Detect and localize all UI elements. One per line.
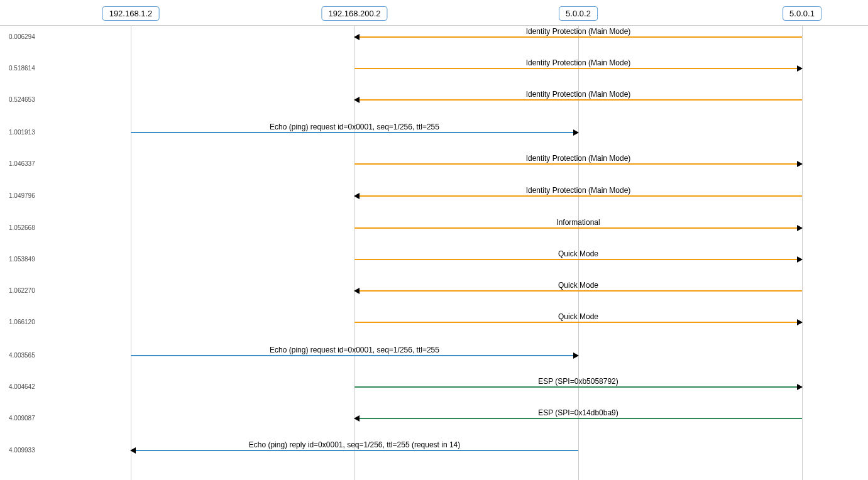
message-label: Identity Protection (Main Mode) <box>526 186 631 195</box>
arrowhead-icon <box>797 319 803 325</box>
lifeline <box>802 25 803 480</box>
flow-message[interactable]: Echo (ping) reply id=0x0001, seq=1/256, … <box>131 450 578 451</box>
flow-message[interactable]: Identity Protection (Main Mode) <box>354 68 802 69</box>
arrowhead-icon <box>354 288 360 294</box>
arrowhead-icon <box>573 129 579 136</box>
message-label: Quick Mode <box>558 249 598 258</box>
timestamp: 1.001913 <box>9 129 35 136</box>
lifeline <box>131 25 131 480</box>
timestamp: 1.062270 <box>9 287 35 294</box>
timestamp: 0.524653 <box>9 96 35 103</box>
actor-192-168-200-2[interactable]: 192.168.200.2 <box>321 6 387 21</box>
message-label: Identity Protection (Main Mode) <box>526 27 631 36</box>
flow-message[interactable]: Identity Protection (Main Mode) <box>354 163 802 165</box>
flow-message[interactable]: Informational <box>354 227 802 229</box>
timestamp: 0.006294 <box>9 33 35 40</box>
actor-5-0-0-1[interactable]: 5.0.0.1 <box>783 6 821 21</box>
timestamp: 1.052668 <box>9 224 35 231</box>
arrowhead-icon <box>797 225 803 231</box>
arrowhead-icon <box>797 384 803 390</box>
lifeline <box>354 25 355 480</box>
message-label: Identity Protection (Main Mode) <box>526 58 631 67</box>
timestamp: 1.049796 <box>9 192 35 199</box>
message-label: ESP (SPI=0xb5058792) <box>538 377 618 386</box>
flow-message[interactable]: Quick Mode <box>354 290 802 292</box>
arrowhead-icon <box>797 256 803 263</box>
arrowhead-icon <box>797 65 803 72</box>
arrowhead-icon <box>354 415 360 422</box>
timestamp: 0.518614 <box>9 65 35 72</box>
arrowhead-icon <box>573 352 579 359</box>
timestamp: 1.066120 <box>9 319 35 325</box>
arrowhead-icon <box>797 161 803 167</box>
arrowhead-icon <box>354 193 360 199</box>
message-label: Quick Mode <box>558 281 598 290</box>
actor-label: 5.0.0.2 <box>566 9 591 18</box>
message-label: ESP (SPI=0x14db0ba9) <box>538 408 618 417</box>
message-label: Quick Mode <box>558 312 598 321</box>
actor-label: 192.168.1.2 <box>109 9 153 18</box>
flow-message[interactable]: Echo (ping) request id=0x0001, seq=1/256… <box>131 355 578 356</box>
message-label: Informational <box>556 218 600 227</box>
flow-message[interactable]: ESP (SPI=0xb5058792) <box>354 386 802 388</box>
flow-message[interactable]: Quick Mode <box>354 322 802 323</box>
arrowhead-icon <box>354 97 360 103</box>
flow-message[interactable]: Quick Mode <box>354 259 802 260</box>
actor-5-0-0-2[interactable]: 5.0.0.2 <box>559 6 598 21</box>
timestamp: 4.009933 <box>9 447 35 454</box>
message-label: Identity Protection (Main Mode) <box>526 90 631 99</box>
flow-message[interactable]: Identity Protection (Main Mode) <box>354 99 802 101</box>
flow-message[interactable]: Identity Protection (Main Mode) <box>354 36 802 38</box>
message-label: Echo (ping) request id=0x0001, seq=1/256… <box>270 346 439 354</box>
actor-label: 192.168.200.2 <box>328 9 380 18</box>
timestamp: 4.004642 <box>9 383 35 390</box>
arrowhead-icon <box>354 34 360 40</box>
arrowhead-icon <box>130 447 136 454</box>
timestamp: 1.046337 <box>9 160 35 167</box>
message-label: Echo (ping) request id=0x0001, seq=1/256… <box>270 123 439 131</box>
actor-192-168-1-2[interactable]: 192.168.1.2 <box>102 6 160 21</box>
flow-message[interactable]: ESP (SPI=0x14db0ba9) <box>354 418 802 419</box>
timestamp: 4.009087 <box>9 415 35 422</box>
message-label: Identity Protection (Main Mode) <box>526 154 631 163</box>
timestamp: 4.003565 <box>9 352 35 359</box>
timestamp: 1.053849 <box>9 256 35 263</box>
message-label: Echo (ping) reply id=0x0001, seq=1/256, … <box>249 440 461 449</box>
flow-message[interactable]: Identity Protection (Main Mode) <box>354 195 802 197</box>
flow-message[interactable]: Echo (ping) request id=0x0001, seq=1/256… <box>131 132 578 133</box>
actor-label: 5.0.0.1 <box>789 9 815 18</box>
